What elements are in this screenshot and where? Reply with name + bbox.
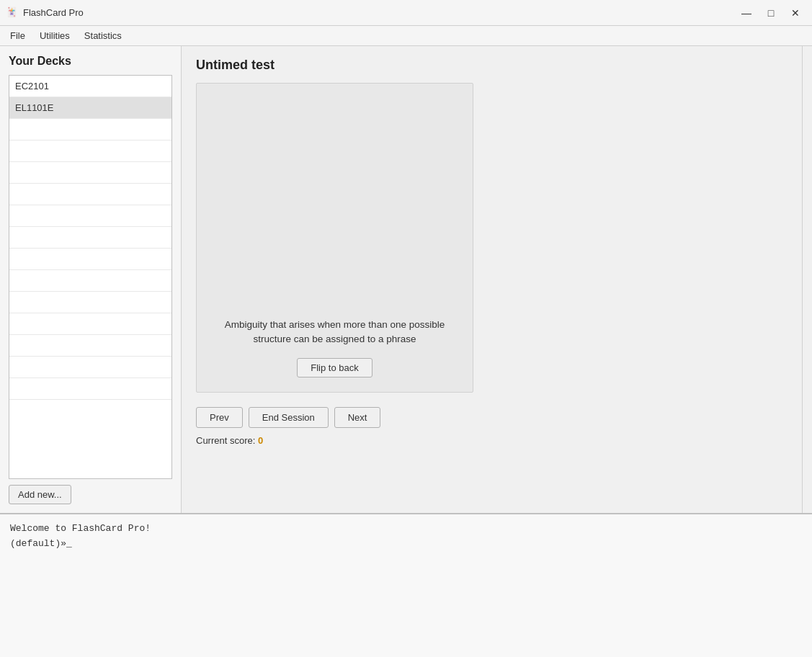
deck-item-empty-2 bbox=[9, 140, 171, 162]
end-session-button[interactable]: End Session bbox=[249, 407, 329, 428]
prev-button[interactable]: Prev bbox=[196, 407, 243, 428]
deck-item-empty-13 bbox=[9, 378, 171, 400]
deck-item-empty-8 bbox=[9, 270, 171, 292]
deck-item-empty-3 bbox=[9, 162, 171, 184]
next-button[interactable]: Next bbox=[334, 407, 381, 428]
deck-item-empty-10 bbox=[9, 313, 171, 335]
app-icon: 🃏 bbox=[6, 6, 19, 19]
menu-bar: File Utilities Statistics bbox=[0, 26, 812, 46]
menu-utilities[interactable]: Utilities bbox=[32, 28, 77, 43]
menu-file[interactable]: File bbox=[3, 28, 32, 43]
app-title: FlashCard Pro bbox=[23, 7, 84, 18]
add-new-button[interactable]: Add new... bbox=[9, 485, 71, 504]
deck-item-empty-9 bbox=[9, 292, 171, 313]
maximize-button[interactable]: □ bbox=[760, 4, 782, 22]
close-button[interactable]: ✕ bbox=[785, 4, 806, 22]
deck-item-empty-12 bbox=[9, 357, 171, 378]
deck-item-empty-6 bbox=[9, 227, 171, 249]
deck-list: EC2101 EL1101E bbox=[9, 75, 172, 479]
sidebar-title: Your Decks bbox=[9, 55, 172, 68]
flip-to-back-button[interactable]: Flip to back bbox=[297, 358, 372, 377]
minimize-button[interactable]: — bbox=[736, 4, 757, 22]
deck-list-container: EC2101 EL1101E bbox=[9, 75, 172, 479]
deck-item-empty-7 bbox=[9, 249, 171, 270]
console-line-2: (default)»_ bbox=[10, 537, 802, 552]
content-title: Untimed test bbox=[196, 58, 788, 73]
deck-item-el1101e[interactable]: EL1101E bbox=[9, 97, 171, 119]
score-value: 0 bbox=[258, 435, 263, 446]
title-bar-controls: — □ ✕ bbox=[736, 4, 806, 22]
menu-statistics[interactable]: Statistics bbox=[77, 28, 129, 43]
content-area: Untimed test Ambiguity that arises when … bbox=[182, 46, 802, 513]
deck-item-empty-4 bbox=[9, 184, 171, 205]
right-scrollbar[interactable] bbox=[802, 46, 812, 513]
score-label: Current score: bbox=[196, 435, 258, 446]
deck-item-empty-1 bbox=[9, 119, 171, 140]
flashcard-text: Ambiguity that arises when more than one… bbox=[211, 318, 458, 347]
deck-item-empty-5 bbox=[9, 205, 171, 227]
sidebar: Your Decks EC2101 EL1101E bbox=[0, 46, 182, 513]
score-display: Current score: 0 bbox=[196, 435, 788, 446]
flashcard: Ambiguity that arises when more than one… bbox=[196, 83, 473, 393]
main-area: Your Decks EC2101 EL1101E bbox=[0, 46, 812, 513]
title-bar: 🃏 FlashCard Pro — □ ✕ bbox=[0, 0, 812, 26]
console-line-1: Welcome to FlashCard Pro! bbox=[10, 522, 802, 537]
console-area: Welcome to FlashCard Pro! (default)»_ bbox=[0, 513, 812, 657]
deck-item-ec2101[interactable]: EC2101 bbox=[9, 76, 171, 97]
nav-buttons: Prev End Session Next bbox=[196, 407, 788, 428]
title-bar-left: 🃏 FlashCard Pro bbox=[6, 6, 84, 19]
deck-item-empty-11 bbox=[9, 335, 171, 357]
